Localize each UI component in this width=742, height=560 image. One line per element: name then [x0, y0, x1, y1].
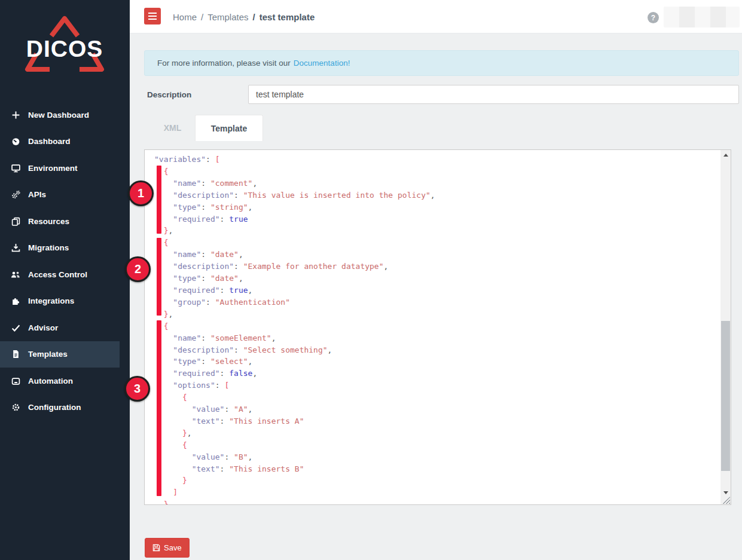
header: Home / Templates / test template ?	[130, 0, 742, 33]
floppy-disk-icon	[152, 544, 160, 552]
code-line: "description": "Example for another data…	[154, 261, 435, 273]
code-line: },	[154, 225, 435, 237]
sidebar-item-advisor[interactable]: Advisor	[0, 314, 130, 341]
code-line: }	[154, 498, 435, 505]
sidebar-item-migrations[interactable]: Migrations	[0, 235, 130, 262]
user-menu-redacted[interactable]	[664, 7, 740, 27]
code-line: "name": "comment",	[154, 178, 435, 189]
sidebar-item-label: Templates	[28, 350, 68, 359]
tab-xml[interactable]: XML	[150, 115, 195, 140]
puzzle-icon	[10, 296, 21, 305]
sidebar-item-resources[interactable]: Resources	[0, 208, 130, 235]
breadcrumb-home[interactable]: Home	[173, 12, 197, 22]
code-line: {	[154, 391, 435, 403]
sidebar-item-access-control[interactable]: Access Control	[0, 261, 130, 288]
users-icon	[10, 270, 21, 279]
sidebar-item-label: APIs	[28, 190, 46, 199]
breadcrumb-separator: /	[253, 12, 255, 22]
dicos-logo-text: DICOS	[26, 36, 103, 62]
info-banner: For more information, please visit our D…	[144, 50, 739, 76]
gear-icon	[10, 403, 21, 412]
sidebar-item-label: Dashboard	[28, 137, 71, 146]
sidebar-item-label: Integrations	[28, 296, 74, 305]
scroll-down-arrow-icon[interactable]	[720, 488, 731, 498]
annotation-badge-3: 3	[124, 376, 150, 402]
breadcrumb-current: test template	[259, 12, 315, 22]
template-editor[interactable]: "variables": [ { "name": "comment", "des…	[144, 149, 731, 505]
plus-icon	[10, 111, 21, 120]
sidebar-item-apis[interactable]: APIs	[0, 182, 130, 209]
description-label: Description	[147, 90, 191, 99]
download-icon	[10, 243, 21, 252]
annotation-bar-3	[157, 320, 161, 496]
documentation-link[interactable]: Documentation!	[294, 59, 350, 68]
tab-template[interactable]: Template	[195, 115, 263, 141]
sidebar-item-label: Migrations	[28, 243, 69, 252]
hamburger-menu-button[interactable]	[144, 8, 161, 25]
code-line: "required": true,	[154, 284, 435, 296]
description-input[interactable]	[248, 85, 739, 104]
sidebar: DICOS New DashboardDashboardEnvironmentA…	[0, 0, 130, 560]
info-banner-text: For more information, please visit our	[157, 59, 291, 68]
code-line: "type": "string",	[154, 201, 435, 213]
check-icon	[10, 323, 21, 332]
editor-scrollbar[interactable]	[720, 150, 731, 504]
code-line: "name": "someElement",	[154, 332, 435, 344]
app-root: DICOS New DashboardDashboardEnvironmentA…	[0, 0, 742, 560]
code-line: "type": "select",	[154, 356, 435, 368]
code-line: "required": true	[154, 213, 435, 225]
annotation-bar-1	[157, 166, 161, 234]
code-line: "text": "This inserts A"	[154, 415, 435, 427]
breadcrumb: Home / Templates / test template	[173, 0, 314, 33]
code-content: "variables": [ { "name": "comment", "des…	[154, 154, 435, 505]
code-line: },	[154, 427, 435, 439]
monitor-icon	[10, 164, 21, 173]
gauge-icon	[10, 137, 21, 146]
code-line: "variables": [	[154, 154, 435, 166]
sidebar-item-label: New Dashboard	[28, 111, 89, 120]
code-line: }	[154, 475, 435, 486]
gears-icon	[10, 190, 21, 199]
file-icon	[10, 350, 21, 359]
code-line: {	[154, 166, 435, 178]
breadcrumb-separator: /	[201, 12, 203, 22]
code-line: "description": "Select something",	[154, 344, 435, 356]
save-button[interactable]: Save	[145, 538, 190, 558]
annotation-bar-2	[157, 238, 161, 316]
sidebar-item-integrations[interactable]: Integrations	[0, 288, 130, 315]
sidebar-item-environment[interactable]: Environment	[0, 155, 130, 182]
code-line: "required": false,	[154, 368, 435, 380]
code-line: "value": "A",	[154, 403, 435, 415]
sidebar-item-label: Environment	[28, 164, 78, 173]
sidebar-item-templates[interactable]: Templates	[0, 341, 120, 368]
breadcrumb-templates[interactable]: Templates	[207, 12, 248, 22]
annotation-badge-2: 2	[125, 256, 151, 282]
sidebar-item-automation[interactable]: Automation	[0, 368, 130, 394]
scrollbar-thumb[interactable]	[721, 321, 730, 471]
scroll-up-arrow-icon[interactable]	[720, 150, 731, 160]
code-line: "type": "date",	[154, 273, 435, 284]
code-line: },	[154, 308, 435, 320]
code-line: "options": [	[154, 380, 435, 391]
sidebar-menu: New DashboardDashboardEnvironmentAPIsRes…	[0, 102, 130, 421]
sidebar-item-label: Access Control	[28, 270, 87, 279]
sidebar-item-dashboard[interactable]: Dashboard	[0, 128, 130, 155]
dicos-logo: DICOS	[20, 13, 109, 82]
help-icon[interactable]: ?	[648, 12, 659, 23]
code-line: "name": "date",	[154, 249, 435, 261]
sidebar-item-label: Configuration	[28, 403, 81, 412]
annotation-badge-1: 1	[128, 180, 154, 206]
code-line: "group": "Authentication"	[154, 296, 435, 308]
code-line: "text": "This inserts B"	[154, 463, 435, 475]
code-line: {	[154, 439, 435, 451]
code-line: {	[154, 320, 435, 332]
code-line: ]	[154, 486, 435, 498]
code-line: {	[154, 237, 435, 249]
code-line: "value": "B",	[154, 451, 435, 463]
sidebar-item-new-dashboard[interactable]: New Dashboard	[0, 102, 130, 128]
robot-icon	[10, 377, 21, 385]
sidebar-item-label: Advisor	[28, 323, 58, 332]
sidebar-item-configuration[interactable]: Configuration	[0, 394, 130, 421]
hamburger-icon	[148, 13, 157, 14]
code-line: "description": "This value is inserted i…	[154, 189, 435, 201]
